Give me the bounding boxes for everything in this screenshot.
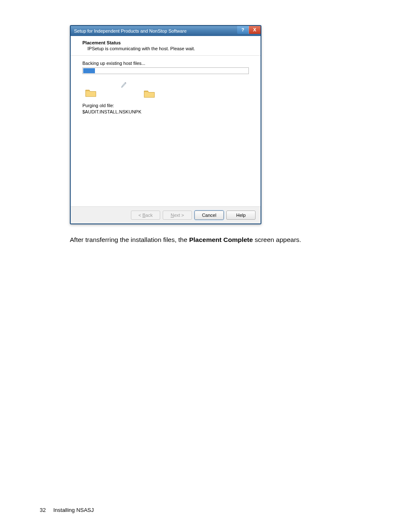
footer-section: Installing NSASJ <box>53 507 94 513</box>
titlebar: Setup for Independent Products and NonSt… <box>71 26 261 36</box>
close-icon[interactable]: X <box>249 26 261 34</box>
caption-post: screen appears. <box>253 236 301 243</box>
cancel-button[interactable]: Cancel <box>194 211 224 220</box>
purge-label: Purging old file: <box>82 103 249 109</box>
dialog-body: Placement Status IPSetup is communicatin… <box>71 36 261 207</box>
placement-status-title: Placement Status <box>82 40 249 45</box>
progress-bar <box>82 67 249 74</box>
help-icon[interactable]: ? <box>237 26 249 34</box>
progress-fill <box>83 68 95 73</box>
page-footer: 32 Installing NSASJ <box>40 507 94 513</box>
caption-text: After transferring the installation file… <box>70 236 359 244</box>
purge-path: $AUDIT.INSTALL.NSKUNPK <box>82 109 249 115</box>
transfer-illustration <box>82 81 249 100</box>
purge-text: Purging old file: $AUDIT.INSTALL.NSKUNPK <box>82 103 249 116</box>
page-number: 32 <box>40 507 46 513</box>
dialog-main: Backing up existing host files... <box>71 56 261 206</box>
caption-bold: Placement Complete <box>189 236 253 243</box>
dialog-help-button[interactable]: Help <box>226 211 256 220</box>
next-button: Next > <box>163 211 192 220</box>
caption-pre: After transferring the installation file… <box>70 236 189 243</box>
folder-source-icon <box>85 88 97 98</box>
installer-dialog: Setup for Independent Products and NonSt… <box>70 25 261 224</box>
dialog-header: Placement Status IPSetup is communicatin… <box>71 36 261 56</box>
button-bar: < Back Next > Cancel Help <box>71 207 261 224</box>
pen-icon <box>121 82 127 88</box>
folder-dest-icon <box>143 89 155 98</box>
window-title: Setup for Independent Products and NonSt… <box>74 28 187 33</box>
window-buttons: ? X <box>237 26 261 34</box>
backup-label: Backing up existing host files... <box>82 61 249 66</box>
placement-status-subtitle: IPSetup is communicating with the host. … <box>87 46 249 51</box>
back-button: < Back <box>131 211 160 220</box>
